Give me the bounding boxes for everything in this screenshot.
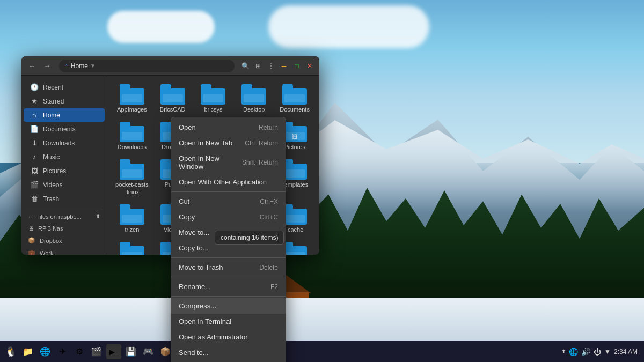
sidebar-item-videos[interactable]: 🎬 Videos: [24, 178, 105, 191]
sidebar-item-downloads[interactable]: ⬇ Downloads: [24, 136, 105, 150]
ctx-open[interactable]: Open Return: [171, 120, 286, 135]
file-item-documents[interactable]: Documents: [275, 81, 314, 116]
raspberry-label: files on raspbe...: [38, 213, 82, 220]
pictures-icon: 🖼: [30, 167, 39, 175]
view-button[interactable]: ⊞: [253, 61, 264, 71]
taskbar-volume[interactable]: 🔊: [581, 348, 590, 356]
ctx-copy-shortcut: Ctrl+C: [260, 213, 278, 221]
sidebar-item-home[interactable]: ⌂ Home: [24, 108, 105, 122]
ctx-divider-3: [171, 277, 286, 277]
taskbar-power[interactable]: ⏻: [594, 348, 601, 356]
ctx-send-to[interactable]: Send to...: [171, 345, 286, 360]
taskbar-telegram[interactable]: ✈: [55, 344, 70, 359]
sidebar-item-documents[interactable]: 📄 Documents: [24, 122, 105, 136]
ctx-copy[interactable]: Copy Ctrl+C: [171, 209, 286, 225]
ctx-send-to-label: Send to...: [179, 349, 209, 357]
file-item-downloads[interactable]: Downloads: [113, 119, 151, 154]
file-item-bricsys[interactable]: bricsys: [194, 81, 233, 116]
ctx-open-new-tab-label: Open In New Tab: [179, 139, 232, 147]
file-item-bricscad[interactable]: BricsCAD: [153, 81, 192, 116]
taskbar: 🐧 📁 🌐 ✈ ⚙ 🎬 ▶_ 💾 🎮 📦 🔧 📷 ⬆ 🌐 🔊 ⏻ ▼ 2:34 …: [0, 341, 644, 362]
sidebar-device-dropbox[interactable]: 📦 Dropbox: [21, 234, 107, 247]
sidebar-item-recent[interactable]: 🕐 Recent: [24, 80, 105, 94]
home-sidebar-icon: ⌂: [30, 111, 39, 119]
file-item-desktop[interactable]: Desktop: [235, 81, 273, 116]
ctx-move-trash-shortcut: Delete: [259, 264, 278, 271]
file-item-cargo[interactable]: .cargo: [113, 239, 151, 255]
ctx-open-label: Open: [179, 123, 196, 131]
sidebar-item-starred[interactable]: ★ Starred: [24, 94, 105, 108]
maximize-button[interactable]: □: [291, 61, 302, 71]
location-bar[interactable]: ⌂ Home ▼: [59, 60, 235, 72]
ctx-open-admin-label: Open as Administrator: [179, 333, 248, 341]
file-name: Documents: [280, 106, 310, 113]
ctx-open-new-window-shortcut: Shift+Return: [242, 159, 278, 166]
file-name: AppImages: [117, 106, 147, 113]
sidebar-device-rpi3nas[interactable]: 🖥 RPi3 Nas: [21, 223, 107, 234]
sidebar-label-music: Music: [43, 153, 60, 161]
sidebar-label-recent: Recent: [43, 84, 63, 91]
ctx-move-trash[interactable]: Move to Trash Delete: [171, 260, 286, 275]
file-name: Pictures: [284, 144, 305, 151]
recent-icon: 🕐: [30, 83, 39, 91]
rpi3nas-label: RPi3 Nas: [38, 225, 63, 232]
ctx-move-to-label: Move to...: [179, 228, 209, 237]
ctx-open-new-tab-shortcut: Ctrl+Return: [245, 139, 278, 147]
ctx-divider-1: [171, 191, 286, 192]
starred-icon: ★: [30, 97, 39, 105]
taskbar-steam[interactable]: 🎮: [141, 344, 156, 359]
ctx-open-terminal[interactable]: Open in Terminal: [171, 314, 286, 329]
cloud-1: [107, 11, 215, 43]
sidebar-item-trash[interactable]: 🗑 Trash: [24, 192, 105, 205]
ctx-move-trash-label: Move to Trash: [179, 263, 223, 271]
taskbar-files[interactable]: 📁: [20, 344, 35, 359]
taskbar-network[interactable]: 🌐: [569, 348, 578, 356]
taskbar-battery[interactable]: ▼: [604, 348, 611, 356]
file-item-trizen[interactable]: trizen: [113, 201, 151, 237]
dropdown-icon: ▼: [90, 63, 96, 69]
ctx-open-admin[interactable]: Open as Administrator: [171, 329, 286, 345]
location-label: Home: [71, 62, 88, 70]
sidebar-device-work[interactable]: 💼 Work: [21, 247, 107, 255]
file-name: Downloads: [118, 144, 147, 151]
ctx-open-with-label: Open With Other Application: [179, 178, 267, 186]
desktop: ← → ⌂ Home ▼ 🔍 ⊞ ⋮ ─ □ ✕ 🕐 Recent: [0, 0, 644, 362]
ctx-copy-label: Copy: [179, 213, 195, 221]
close-button[interactable]: ✕: [304, 61, 315, 71]
forward-button[interactable]: →: [41, 60, 54, 72]
taskbar-terminal[interactable]: ▶_: [106, 344, 121, 359]
tooltip-text: containing 16 items): [221, 234, 278, 241]
taskbar-start[interactable]: 🐧: [3, 344, 18, 359]
ctx-cut[interactable]: Cut Ctrl+X: [171, 194, 286, 209]
ctx-compress[interactable]: Compress...: [171, 298, 286, 314]
back-button[interactable]: ←: [26, 60, 39, 72]
menu-button[interactable]: ⋮: [266, 61, 276, 71]
ctx-open-new-window[interactable]: Open In New Window Shift+Return: [171, 151, 286, 174]
taskbar-vlc[interactable]: 🎬: [89, 344, 104, 359]
taskbar-browser[interactable]: 🌐: [38, 344, 53, 359]
file-name: pocket-casts-linux: [115, 181, 149, 195]
sidebar-item-music[interactable]: ♪ Music: [24, 150, 105, 164]
ctx-copy-to-label: Copy to...: [179, 244, 209, 252]
ctx-cut-shortcut: Ctrl+X: [260, 198, 278, 205]
sidebar-device-raspberry[interactable]: ↔ files on raspbe... ⬆: [21, 210, 107, 223]
ctx-rename[interactable]: Rename... F2: [171, 279, 286, 294]
ctx-rename-label: Rename...: [179, 283, 211, 291]
ctx-open-with[interactable]: Open With Other Application: [171, 174, 286, 190]
sidebar-item-pictures[interactable]: 🖼 Pictures: [24, 164, 105, 178]
taskbar-storage[interactable]: 💾: [123, 344, 138, 359]
sidebar-label-videos: Videos: [43, 181, 62, 189]
minimize-button[interactable]: ─: [279, 61, 289, 71]
ctx-compress-label: Compress...: [179, 302, 216, 310]
sidebar-label-starred: Starred: [43, 98, 64, 105]
sidebar-label-downloads: Downloads: [43, 139, 75, 147]
taskbar-tray-up[interactable]: ⬆: [561, 349, 566, 354]
file-item-appimages[interactable]: AppImages: [113, 81, 151, 116]
trash-icon: 🗑: [30, 195, 39, 203]
taskbar-settings[interactable]: ⚙: [72, 344, 87, 359]
search-button[interactable]: 🔍: [240, 61, 251, 71]
ctx-open-new-tab[interactable]: Open In New Tab Ctrl+Return: [171, 135, 286, 151]
work-label: Work: [40, 250, 53, 255]
file-item-pocket-casts[interactable]: pocket-casts-linux: [113, 156, 151, 198]
home-icon: ⌂: [64, 62, 69, 70]
